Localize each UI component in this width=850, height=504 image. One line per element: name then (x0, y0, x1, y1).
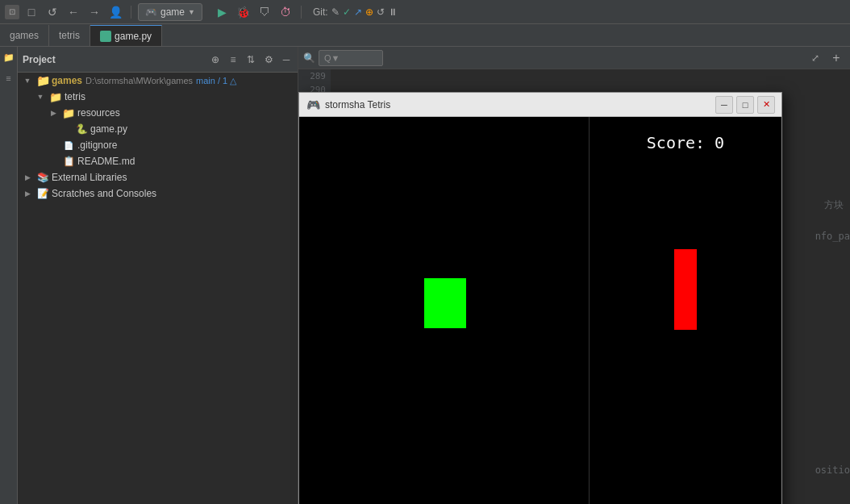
editor-area: 289 290 291 292 293 294 295 296 297 298 … (298, 69, 850, 504)
tree-scratches-consoles[interactable]: ▶ 📝 Scratches and Consoles (18, 185, 298, 202)
minimize-icon[interactable]: ─ (280, 53, 293, 66)
git-check-icon[interactable]: ✓ (343, 6, 351, 18)
tree-root-games[interactable]: ▼ 📁 games D:\stormsha\MWork\games main /… (18, 73, 298, 89)
search-input[interactable]: Q▼ (319, 50, 383, 66)
git-label: Git: (313, 6, 328, 18)
git-toolbar: Git: ✎ ✓ ↗ ⊕ ↺ ⏸ (313, 6, 398, 18)
tree-gamepy-file[interactable]: 🐍 game.py (18, 121, 298, 137)
scratches-consoles-label: Scratches and Consoles (52, 188, 156, 199)
debug-icon[interactable]: 🐞 (235, 3, 252, 21)
structure-strip-icon[interactable]: ≡ (2, 71, 16, 85)
tetris-window-title: stormsha Tetris (325, 99, 715, 110)
tree-gitignore-file[interactable]: 📄 .gitignore (18, 137, 298, 153)
editor-search-bar: 🔍 Q▼ ⤢ + (298, 47, 850, 69)
gitignore-label: .gitignore (77, 140, 117, 151)
separator (131, 6, 131, 19)
forward-icon[interactable]: → (85, 3, 103, 21)
diff-icon[interactable]: ≡ (227, 53, 240, 66)
tab-tetris[interactable]: tetris (49, 25, 90, 46)
spacer (60, 123, 73, 135)
chevron-down-icon2: ▼ (34, 90, 47, 103)
partial-text-positio: ositio (815, 464, 850, 476)
main-content: 📁 ≡ Project ⊕ ≡ ⇅ ⚙ ─ ▼ 📁 games (0, 47, 850, 504)
tetris-window: 🎮 stormsha Tetris ─ □ ✕ (298, 92, 782, 504)
readme-icon: 📋 (62, 155, 75, 168)
tetris-info-panel: Score: 0 (590, 117, 781, 504)
refresh-icon[interactable]: ↺ (44, 3, 61, 21)
root-folder-name: games (52, 75, 82, 86)
tetris-game-body: Score: 0 (299, 117, 781, 504)
scratches-icon: 📝 (36, 187, 49, 200)
git-push-icon[interactable]: ↗ (354, 6, 362, 18)
partial-text-fangkuai: 方块 (824, 198, 844, 212)
line-289: 289 (298, 69, 326, 83)
git-pause-icon[interactable]: ⏸ (388, 6, 398, 18)
external-libraries-label: External Libraries (52, 172, 127, 183)
tetris-window-controls: ─ □ ✕ (715, 96, 775, 114)
top-toolbar: ⊡ □ ↺ ← → 👤 🎮 game ▼ ▶ 🐞 ⛉ ⏱ Git: ✎ ✓ ↗ … (0, 0, 850, 24)
coverage-icon[interactable]: ⛉ (256, 3, 273, 21)
right-area: 🔍 Q▼ ⤢ + 289 290 291 292 293 294 295 296… (298, 47, 850, 504)
chevron-right-icon2: ▶ (21, 171, 34, 184)
tetris-titlebar: 🎮 stormsha Tetris ─ □ ✕ (299, 93, 781, 117)
git-refresh-icon[interactable]: ↺ (377, 6, 385, 18)
sidebar-inner: 📁 ≡ Project ⊕ ≡ ⇅ ⚙ ─ ▼ 📁 games (0, 47, 298, 504)
minimize-button[interactable]: ─ (715, 96, 733, 114)
tetris-play-field (299, 117, 590, 504)
search-icon: 🔍 (303, 52, 315, 64)
app-icon: ⊡ (5, 5, 19, 19)
tree-readme-file[interactable]: 📋 README.md (18, 153, 298, 169)
chevron-right-icon: ▶ (47, 106, 60, 119)
close-button[interactable]: ✕ (757, 96, 775, 114)
resources-folder-label: resources (77, 107, 120, 119)
user-icon[interactable]: 👤 (106, 3, 124, 21)
tab-gamepy-label: game.py (115, 31, 152, 42)
back-icon[interactable]: ← (65, 3, 82, 21)
maximize-button[interactable]: □ (736, 96, 754, 114)
project-strip-icon[interactable]: 📁 (2, 50, 16, 65)
run-config-dropdown[interactable]: 🎮 game ▼ (138, 3, 202, 21)
tab-tetris-label: tetris (59, 30, 80, 41)
settings-icon[interactable]: ⚙ (262, 53, 275, 66)
tab-bar: games tetris game.py (0, 24, 850, 47)
tab-gamepy[interactable]: game.py (90, 25, 162, 46)
plus-icon[interactable]: + (827, 49, 845, 67)
chevron-down-icon: ▼ (21, 74, 34, 87)
tetris-folder-label: tetris (65, 91, 85, 102)
sidebar-toolbar: Project ⊕ ≡ ⇅ ⚙ ─ (18, 47, 298, 73)
tree-external-libraries[interactable]: ▶ 📚 External Libraries (18, 169, 298, 185)
sidebar: 📁 ≡ Project ⊕ ≡ ⇅ ⚙ ─ ▼ 📁 games (0, 47, 298, 504)
expand-icon[interactable]: ⤢ (806, 49, 824, 67)
git-edit-icon[interactable]: ✎ (331, 6, 340, 18)
tree-tetris-folder[interactable]: ▼ 📁 tetris (18, 89, 298, 105)
tab-games-label: games (10, 30, 39, 41)
git-branch: main / 1 △ (196, 76, 236, 86)
separator2 (301, 6, 302, 19)
score-display: Score: 0 (647, 133, 724, 152)
profile-icon[interactable]: ⏱ (277, 3, 294, 21)
spacer3 (47, 155, 60, 168)
folder-icon: 📁 (36, 74, 49, 87)
py-file-tab-icon (100, 31, 111, 42)
green-tetris-piece (424, 278, 466, 328)
git-add-icon[interactable]: ⊕ (365, 6, 373, 18)
tree-resources-folder[interactable]: ▶ 📁 resources (18, 105, 298, 121)
gitignore-icon: 📄 (62, 139, 75, 152)
add-icon[interactable]: ⊕ (209, 53, 222, 66)
project-panel: Project ⊕ ≡ ⇅ ⚙ ─ ▼ 📁 games D:\stormsha\… (18, 47, 298, 504)
libraries-icon: 📚 (36, 171, 49, 184)
project-panel-title: Project (23, 54, 204, 65)
sort-icon[interactable]: ⇅ (244, 53, 257, 66)
partial-text-infopa: nfo_pa (815, 231, 850, 242)
tetris-folder-icon: 📁 (49, 90, 62, 103)
py-file-icon: 🐍 (75, 123, 88, 135)
readme-label: README.md (77, 156, 135, 167)
tetris-app-icon: 🎮 (306, 98, 320, 112)
root-folder-path: D:\stormsha\MWork\games (85, 76, 193, 85)
spacer2 (47, 139, 60, 152)
run-icon[interactable]: ▶ (214, 3, 231, 21)
new-file-icon[interactable]: □ (23, 3, 40, 21)
tab-games[interactable]: games (0, 25, 49, 46)
gamepy-label: game.py (90, 123, 127, 135)
left-strip: 📁 ≡ (0, 47, 18, 504)
